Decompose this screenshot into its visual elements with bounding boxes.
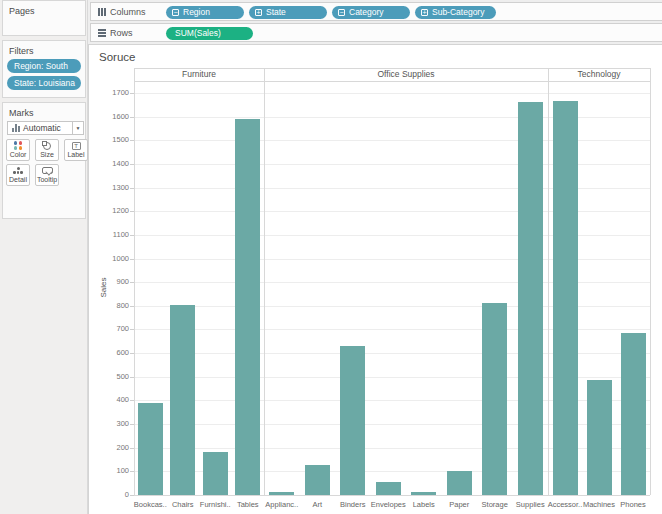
size-icon	[43, 142, 51, 150]
y-tick-label: 300	[89, 419, 129, 429]
y-tick-label: 1500	[89, 135, 129, 145]
x-axis-label[interactable]: Phones	[613, 500, 653, 510]
columns-shelf[interactable]: Columns −Region+State−Category+Sub-Categ…	[90, 2, 662, 21]
pane-top-line	[134, 68, 650, 69]
pane-separator	[134, 68, 135, 495]
y-tick-label: 200	[89, 443, 129, 453]
bar-storage[interactable]	[482, 303, 507, 495]
pane-header-technology[interactable]: Technology	[548, 68, 650, 81]
bar-phones[interactable]	[621, 333, 646, 495]
y-tick-label: 1600	[89, 112, 129, 122]
y-tick-label: 1000	[89, 254, 129, 264]
filters-title: Filters	[3, 41, 85, 56]
bar-machines[interactable]	[587, 380, 612, 495]
bar-paper[interactable]	[447, 471, 472, 495]
sidebar: Pages Filters Region: South State: Louis…	[0, 0, 88, 514]
chart-region: Soruce 010020030040050060070080090010001…	[88, 44, 662, 514]
pages-title: Pages	[3, 1, 85, 16]
box-plus-icon[interactable]: +	[255, 9, 262, 16]
filters-card[interactable]: Filters Region: South State: Louisiana	[2, 40, 86, 98]
bar-chairs[interactable]	[170, 305, 195, 495]
y-tick-label: 1200	[89, 206, 129, 216]
pane-separator	[548, 68, 549, 495]
detail-button[interactable]: Detail	[6, 164, 30, 186]
bar-art[interactable]	[305, 465, 330, 495]
chevron-down-icon[interactable]: ▼	[72, 122, 83, 134]
size-button[interactable]: Size	[35, 139, 59, 161]
bar-binders[interactable]	[340, 346, 365, 495]
pane-separator	[264, 68, 265, 495]
axis-bottom-line	[134, 495, 650, 496]
dimension-pill-category[interactable]: −Category	[332, 6, 410, 19]
pages-card[interactable]: Pages	[2, 0, 86, 36]
mark-type-dropdown[interactable]: Automatic ▼	[7, 121, 84, 135]
y-tick-label: 700	[89, 324, 129, 334]
pane-header-furniture[interactable]: Furniture	[134, 68, 264, 81]
marks-title: Marks	[3, 103, 85, 118]
rows-shelf[interactable]: Rows SUM(Sales)	[90, 23, 662, 42]
rows-icon	[98, 29, 106, 37]
box-minus-icon[interactable]: −	[338, 9, 345, 16]
columns-icon	[98, 8, 106, 16]
y-tick-label: 1100	[89, 230, 129, 240]
tooltip-icon	[42, 167, 53, 174]
y-tick-label: 1400	[89, 159, 129, 169]
bar-envelopes[interactable]	[376, 482, 401, 495]
rows-shelf-label: Rows	[110, 28, 133, 38]
header-bottom-line	[134, 81, 650, 82]
color-button[interactable]: Color	[6, 139, 30, 161]
bar-accessor[interactable]	[553, 101, 578, 495]
label-button[interactable]: T Label	[64, 139, 88, 161]
bar-bookcas[interactable]	[138, 403, 163, 495]
dimension-pill-state[interactable]: +State	[249, 6, 327, 19]
y-tick-label: 100	[89, 466, 129, 476]
y-tick-label: 500	[89, 372, 129, 382]
y-tick-label: 1700	[89, 88, 129, 98]
tooltip-button[interactable]: Tooltip	[35, 164, 59, 186]
chart-title: Soruce	[99, 51, 135, 63]
box-plus-icon[interactable]: +	[421, 9, 428, 16]
pane-separator	[650, 68, 651, 495]
detail-icon	[13, 167, 23, 174]
mark-type-value: Automatic	[23, 123, 72, 133]
y-tick-label: 400	[89, 395, 129, 405]
color-dots-icon	[14, 141, 23, 150]
y-tick-label: 600	[89, 348, 129, 358]
label-icon: T	[72, 142, 81, 150]
dimension-pill-sub-category[interactable]: +Sub-Category	[415, 6, 496, 19]
y-tick-label: 1300	[89, 183, 129, 193]
bar-supplies[interactable]	[518, 102, 543, 495]
y-tick-label: 900	[89, 277, 129, 287]
y-axis-title: Sales	[99, 276, 108, 300]
gridline	[134, 93, 650, 94]
columns-shelf-label: Columns	[110, 7, 146, 17]
bar-tables[interactable]	[235, 119, 260, 495]
filter-pill-region[interactable]: Region: South	[7, 59, 81, 73]
box-minus-icon[interactable]: −	[172, 9, 179, 16]
pane-header-office-supplies[interactable]: Office Supplies	[264, 68, 548, 81]
dimension-pill-region[interactable]: −Region	[166, 6, 244, 19]
y-tick-label: 0	[89, 490, 129, 500]
measure-pill-sum(sales)[interactable]: SUM(Sales)	[166, 27, 253, 40]
marks-card: Marks Automatic ▼ Color Size T Label	[2, 102, 86, 219]
filter-pill-state[interactable]: State: Louisiana	[7, 76, 81, 90]
bar-chart-icon	[12, 124, 20, 132]
bar-furnishi[interactable]	[203, 452, 228, 495]
y-tick-label: 800	[89, 301, 129, 311]
